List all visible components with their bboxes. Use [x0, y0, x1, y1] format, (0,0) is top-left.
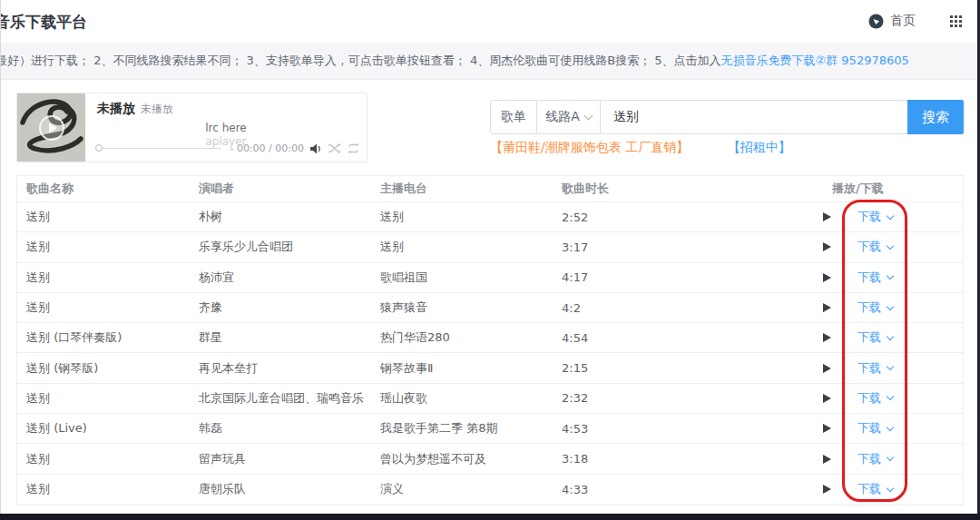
results-table: 歌曲名称 演唱者 主播电台 歌曲时长 播放/下载 送别 朴树 送别 2:52 下…: [16, 175, 964, 505]
cell-station: 热门华语280: [380, 329, 562, 346]
download-link-label: 下载: [858, 481, 881, 497]
ad-link-factory[interactable]: 【莆田鞋/潮牌服饰包表 工厂直销】: [490, 140, 689, 154]
download-dropdown[interactable]: 下载: [858, 360, 893, 377]
cell-station: 送别: [380, 209, 562, 225]
cell-singer: 乐享乐少儿合唱团: [199, 239, 380, 255]
play-button[interactable]: [823, 303, 831, 312]
ad-link-rent[interactable]: 【招租中】: [728, 140, 791, 154]
play-button[interactable]: [823, 212, 831, 221]
download-link-label: 下载: [858, 451, 881, 467]
top-header: 音乐下载平台 首页: [0, 0, 980, 43]
progress-thumb[interactable]: [95, 144, 103, 152]
cell-duration: 3:17: [562, 240, 743, 254]
table-row: 送别 齐豫 猿声猿音 4:2 下载: [17, 293, 963, 323]
cell-duration: 2:15: [562, 361, 743, 375]
download-dropdown[interactable]: 下载: [858, 270, 893, 286]
table-row: 送别 北京国际儿童合唱团、瑞鸣音乐 瑶山夜歌 2:32 下载: [17, 384, 963, 414]
notice-bar: 最好）进行下载； 2、不同线路搜索结果不同； 3、支持歌单导入，可点击歌单按钮查…: [0, 43, 980, 80]
cell-singer: 北京国际儿童合唱团、瑞鸣音乐: [199, 390, 380, 407]
download-chevron-icon: [887, 393, 894, 400]
download-dropdown[interactable]: 下载: [858, 390, 893, 407]
cell-duration: 3:18: [562, 452, 743, 466]
progress-bar[interactable]: [96, 148, 220, 149]
cell-duration: 4:54: [562, 331, 743, 345]
download-dropdown[interactable]: 下载: [858, 420, 893, 437]
search-button[interactable]: 搜索: [907, 100, 964, 134]
download-chevron-icon: [887, 454, 894, 461]
album-art[interactable]: [17, 93, 85, 162]
download-link-label: 下载: [858, 239, 881, 255]
play-button[interactable]: [823, 424, 831, 433]
play-button[interactable]: [823, 455, 831, 464]
cell-song-name: 送别: [17, 481, 199, 497]
cell-duration: 4:2: [562, 301, 743, 315]
search-bar: 歌单 线路A 搜索: [490, 100, 964, 134]
home-label: 首页: [890, 13, 916, 29]
play-button[interactable]: [823, 485, 831, 494]
play-button[interactable]: [823, 333, 831, 342]
cell-song-name: 送别 (Live): [17, 420, 199, 437]
download-dropdown[interactable]: 下载: [858, 299, 893, 316]
cell-singer: 朴树: [199, 209, 380, 225]
play-overlay-icon[interactable]: [39, 115, 64, 141]
cell-singer: 杨沛宜: [199, 270, 380, 286]
player-lyrics: lrc here: [85, 122, 367, 134]
qq-group-link[interactable]: 无损音乐免费下载②群 952978605: [721, 54, 909, 67]
play-button[interactable]: [823, 364, 831, 373]
play-button[interactable]: [823, 273, 831, 282]
cell-station: 钢琴故事Ⅱ: [380, 360, 562, 377]
download-link-label: 下载: [858, 209, 881, 225]
search-input[interactable]: [601, 100, 907, 134]
cell-station: 演义: [380, 481, 562, 497]
download-chevron-icon: [887, 302, 894, 309]
ad-links: 【莆田鞋/潮牌服饰包表 工厂直销】 【招租中】: [490, 140, 791, 156]
cell-song-name: 送别: [17, 239, 199, 255]
cell-singer: 齐豫: [199, 299, 380, 316]
download-link-label: 下载: [858, 420, 881, 437]
cell-station: 曾以为梦想遥不可及: [380, 451, 562, 467]
download-link-label: 下载: [858, 390, 881, 407]
download-chevron-icon: [887, 363, 894, 370]
playlist-button[interactable]: 歌单: [490, 100, 537, 134]
play-button[interactable]: [823, 394, 831, 403]
download-link-label: 下载: [858, 329, 881, 346]
notice-text: 最好）进行下载； 2、不同线路搜索结果不同； 3、支持歌单导入，可点击歌单按钮查…: [0, 54, 721, 67]
cell-station: 瑶山夜歌: [380, 390, 562, 407]
download-chevron-icon: [887, 242, 894, 250]
play-button[interactable]: [823, 242, 831, 251]
col-header-singer: 演唱者: [199, 181, 380, 197]
download-dropdown[interactable]: 下载: [858, 329, 893, 346]
col-header-play-download: 播放/下载: [743, 181, 963, 197]
table-header-row: 歌曲名称 演唱者 主播电台 歌曲时长 播放/下载: [17, 176, 963, 202]
home-link[interactable]: 首页: [868, 13, 916, 29]
line-select[interactable]: 线路A: [537, 100, 601, 134]
download-dropdown[interactable]: 下载: [858, 209, 893, 225]
table-body: 送别 朴树 送别 2:52 下载 送别 乐享乐少儿合唱团 送别 3:17 下载: [17, 202, 963, 505]
volume-icon[interactable]: [310, 143, 322, 154]
download-dropdown[interactable]: 下载: [858, 481, 893, 497]
table-row: 送别 (口琴伴奏版) 群星 热门华语280 4:54 下载: [17, 323, 963, 353]
cell-station: 猿声猿音: [380, 299, 562, 316]
cell-song-name: 送别: [17, 270, 199, 286]
download-link-label: 下载: [858, 299, 881, 316]
shuffle-icon[interactable]: [328, 143, 341, 153]
loop-icon[interactable]: [348, 143, 359, 153]
window-bottom-edge: [0, 514, 980, 520]
download-dropdown[interactable]: 下载: [858, 239, 893, 255]
table-row: 送别 留声玩具 曾以为梦想遥不可及 3:18 下载: [17, 444, 963, 474]
player-artist: 未播放: [141, 103, 173, 115]
cell-song-name: 送别 (口琴伴奏版): [17, 329, 199, 346]
cell-duration: 4:33: [562, 483, 743, 496]
col-header-song-name: 歌曲名称: [17, 181, 199, 197]
cell-song-name: 送别 (钢琴版): [17, 360, 199, 377]
cell-station: 歌唱祖国: [380, 270, 562, 286]
chevron-down-icon: [583, 111, 593, 120]
cell-duration: 2:52: [562, 211, 743, 224]
download-dropdown[interactable]: 下载: [858, 451, 893, 467]
cell-duration: 4:53: [562, 422, 743, 436]
cell-singer: 留声玩具: [199, 451, 380, 467]
apps-grid-icon[interactable]: [950, 15, 962, 27]
cell-song-name: 送别: [17, 299, 199, 316]
player-time: - 00:00 / 00:00: [230, 142, 304, 154]
cell-singer: 唐朝乐队: [199, 481, 380, 497]
